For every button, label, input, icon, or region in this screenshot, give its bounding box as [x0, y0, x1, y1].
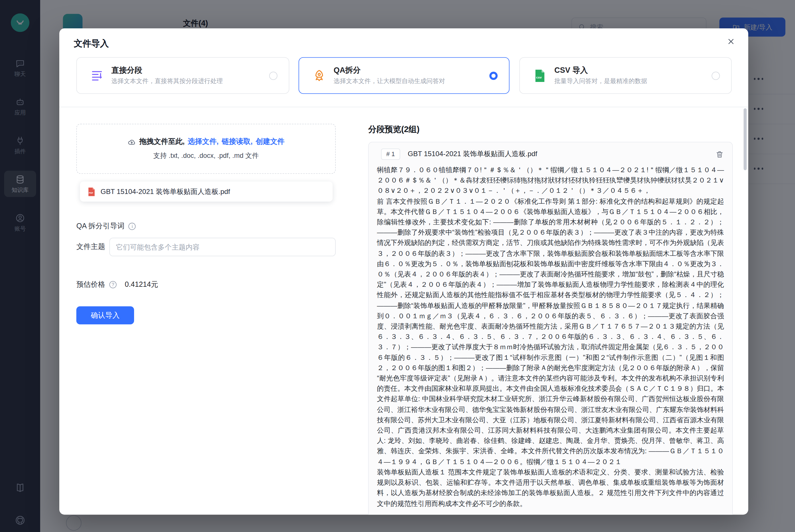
uploaded-file-item[interactable]: PDF GBT 15104-2021 装饰单板贴面人造板.pdf	[80, 182, 333, 202]
choose-file-link[interactable]: 选择文件,	[188, 137, 219, 146]
link-read-link[interactable]: 链接读取,	[222, 137, 253, 146]
file-theme-input[interactable]	[110, 238, 336, 256]
csv-file-icon: csv	[533, 69, 547, 82]
estimated-price-value: 0.41214元	[125, 280, 158, 289]
mode-radio-checked[interactable]	[489, 71, 498, 80]
file-drop-area[interactable]: 拖拽文件至此, 选择文件, 链接读取, 创建文件 支持 .txt, .doc, …	[76, 124, 336, 174]
close-button[interactable]	[724, 35, 737, 47]
svg-text:PDF: PDF	[89, 191, 93, 194]
confirm-import-button[interactable]: 确认导入	[76, 306, 134, 324]
uploaded-file-name: GBT 15104-2021 装饰单板贴面人造板.pdf	[100, 187, 230, 196]
preview-scrollbar-thumb[interactable]	[744, 108, 747, 170]
mode-title: CSV 导入	[554, 65, 704, 75]
mode-desc: 选择文本文件，让大模型自动生成问答对	[334, 77, 482, 86]
delete-chunk-button[interactable]	[715, 150, 724, 159]
qa-prompt-label: QA 拆分引导词	[76, 222, 124, 231]
mode-title: QA拆分	[334, 65, 482, 75]
mode-card-csv-import[interactable]: csv CSV 导入 批量导入问答对，是最精准的数据	[519, 57, 732, 94]
chunk-text: 犐犆犛７９．０６０犆犆犛犅７０!＂＃＄％＆＇（）＊＂犌犅／犜１５１０４—２０２１…	[369, 164, 732, 509]
qa-prompt-row: QA 拆分引导词 i	[76, 222, 136, 231]
estimated-price-row: 预估价格 ? 0.41214元	[76, 280, 158, 289]
mode-title: 直接分段	[111, 65, 262, 75]
mode-radio[interactable]	[269, 71, 278, 80]
mode-card-direct-segment[interactable]: 直接分段 选择文本文件，直接将其按分段进行处理	[76, 57, 289, 94]
file-import-modal: 文件导入 直接分段 选择文本文件，直接将其按分段进行处理 QA拆分 选择文本文件…	[59, 28, 748, 514]
supported-formats-note: 支持 .txt, .doc, .docx, .pdf, .md 文件	[153, 151, 259, 160]
segment-preview-title: 分段预览(2组)	[368, 124, 419, 135]
info-icon[interactable]: i	[129, 223, 136, 230]
mode-desc: 选择文本文件，直接将其按分段进行处理	[111, 77, 262, 86]
file-theme-row: 文件主题	[76, 238, 336, 256]
chunk-file-name: GBT 15104-2021 装饰单板贴面人造板.pdf	[408, 150, 707, 159]
drag-label: 拖拽文件至此,	[139, 137, 185, 146]
question-icon[interactable]: ?	[110, 281, 117, 288]
chunk-index-badge: # 1	[381, 148, 400, 160]
pdf-file-icon: PDF	[88, 187, 95, 196]
trash-icon	[715, 150, 724, 159]
rocket-icon	[313, 69, 326, 82]
modal-title: 文件导入	[74, 38, 109, 49]
svg-text:csv: csv	[536, 75, 542, 79]
mode-desc: 批量导入问答对，是最精准的数据	[554, 77, 704, 86]
file-theme-label: 文件主题	[76, 242, 109, 251]
cloud-upload-icon	[128, 137, 136, 146]
text-segment-icon	[90, 69, 104, 82]
mode-card-qa-split[interactable]: QA拆分 选择文本文件，让大模型自动生成问答对	[299, 57, 509, 94]
mode-radio[interactable]	[712, 71, 720, 80]
screen: 聊天 应用 插件 知识库 账号 文件(4)	[0, 0, 795, 532]
estimated-price-label: 预估价格	[76, 280, 105, 289]
close-icon	[726, 37, 735, 46]
preview-chunk-card: # 1 GBT 15104-2021 装饰单板贴面人造板.pdf 犐犆犛７９．０…	[368, 142, 733, 514]
modal-divider	[59, 107, 748, 108]
create-file-link[interactable]: 创建文件	[255, 137, 284, 146]
